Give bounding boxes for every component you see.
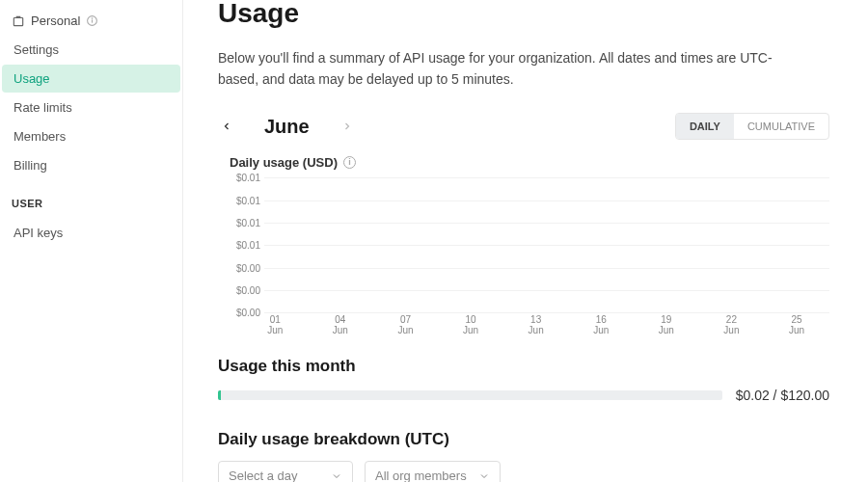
x-axis: 01 Jun04 Jun07 Jun10 Jun13 Jun16 Jun19 J…: [264, 314, 829, 332]
main-content: Usage Below you'll find a summary of API…: [183, 0, 868, 482]
month-bar: June DAILY CUMULATIVE: [218, 113, 829, 140]
x-tick: 01 Jun: [264, 314, 286, 332]
x-tick: 25 Jun: [786, 314, 808, 332]
chart-title: Daily usage (USD): [230, 155, 338, 170]
org-icon: [12, 14, 25, 28]
x-tick: 13 Jun: [525, 314, 547, 332]
x-tick: 07 Jun: [394, 314, 417, 332]
x-tick: [481, 314, 503, 332]
x-tick: [417, 314, 439, 332]
chevron-right-icon: [341, 120, 353, 132]
select-day[interactable]: Select a day: [218, 461, 353, 482]
nav-item-api-keys[interactable]: API keys: [2, 219, 180, 247]
x-tick: [438, 314, 460, 332]
info-icon[interactable]: i: [343, 156, 356, 169]
org-selector[interactable]: Personal: [0, 10, 182, 32]
gridline: [264, 312, 829, 313]
nav-item-billing[interactable]: Billing: [2, 151, 180, 179]
progress-fill: [218, 390, 221, 400]
toggle-daily[interactable]: DAILY: [676, 114, 734, 139]
x-tick: [634, 314, 656, 332]
month-label: June: [264, 116, 310, 138]
user-nav: API keys: [0, 219, 182, 247]
x-tick: [547, 314, 569, 332]
x-tick: [764, 314, 786, 332]
progress-row: $0.02 / $120.00: [218, 388, 829, 403]
y-tick-label: $0.01: [236, 173, 260, 183]
toggle-cumulative[interactable]: CUMULATIVE: [734, 114, 828, 139]
next-month-button[interactable]: [339, 118, 356, 135]
svg-point-3: [93, 18, 94, 19]
y-tick-label: $0.00: [236, 308, 260, 318]
y-tick-label: $0.01: [236, 240, 260, 251]
x-tick: [373, 314, 395, 332]
chart-wrap: $0.01$0.01$0.01$0.01$0.00$0.00$0.00 01 J…: [218, 177, 829, 332]
month-nav: June: [218, 116, 356, 138]
usage-chart: $0.01$0.01$0.01$0.01$0.00$0.00$0.00 01 J…: [230, 177, 829, 332]
user-section-label: USER: [0, 180, 182, 215]
y-tick-label: $0.01: [236, 218, 260, 228]
org-nav: SettingsUsageRate limitsMembersBilling: [0, 36, 182, 179]
org-label: Personal: [31, 13, 80, 28]
progress-text: $0.02 / $120.00: [736, 388, 829, 403]
x-tick: [568, 314, 590, 332]
chevron-down-icon: [478, 470, 490, 482]
x-tick: [503, 314, 526, 332]
x-tick: 22 Jun: [720, 314, 743, 332]
x-tick: [807, 314, 829, 332]
x-tick: [308, 314, 330, 332]
y-tick-label: $0.00: [236, 262, 260, 273]
x-tick: 10 Jun: [460, 314, 482, 332]
page-title: Usage: [218, 0, 829, 29]
page-subtitle: Below you'll find a summary of API usage…: [218, 48, 797, 90]
y-axis: $0.01$0.01$0.01$0.01$0.00$0.00$0.00: [230, 177, 264, 312]
month-usage-title: Usage this month: [218, 357, 829, 376]
chart-plot: [264, 177, 829, 312]
x-tick: [286, 314, 309, 332]
usage-current: $0.02: [736, 388, 770, 403]
nav-item-usage[interactable]: Usage: [2, 65, 180, 93]
breakdown-title: Daily usage breakdown (UTC): [218, 430, 829, 449]
chart-title-row: Daily usage (USD) i: [230, 155, 829, 170]
chevron-down-icon: [331, 470, 342, 482]
x-tick: [743, 314, 765, 332]
select-day-label: Select a day: [229, 469, 298, 482]
nav-item-members[interactable]: Members: [2, 122, 180, 150]
x-tick: [677, 314, 699, 332]
x-tick: 04 Jun: [330, 314, 352, 332]
sidebar: Personal SettingsUsageRate limitsMembers…: [0, 0, 183, 482]
breakdown-selects: Select a day All org members: [218, 461, 829, 482]
x-tick: [699, 314, 721, 332]
prev-month-button[interactable]: [218, 118, 235, 135]
select-member[interactable]: All org members: [365, 461, 501, 482]
select-member-label: All org members: [375, 469, 467, 482]
x-tick: 19 Jun: [656, 314, 678, 332]
y-tick-label: $0.00: [236, 285, 260, 296]
svg-rect-0: [14, 17, 22, 25]
nav-item-rate-limits[interactable]: Rate limits: [2, 94, 180, 121]
view-toggle: DAILY CUMULATIVE: [675, 113, 829, 140]
chevron-left-icon: [221, 120, 232, 132]
x-tick: 16 Jun: [590, 314, 612, 332]
info-icon: [86, 14, 98, 27]
x-tick: [351, 314, 373, 332]
progress-track: [218, 390, 722, 400]
y-tick-label: $0.01: [236, 195, 260, 205]
x-tick: [612, 314, 635, 332]
usage-limit: $120.00: [780, 388, 829, 403]
nav-item-settings[interactable]: Settings: [2, 36, 180, 64]
